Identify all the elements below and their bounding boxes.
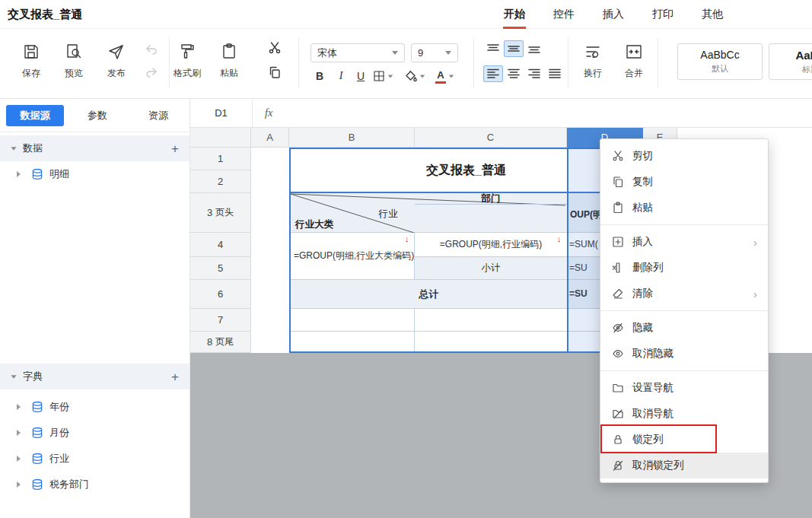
- merge-cells-icon: [623, 41, 645, 62]
- valign-top-button[interactable]: [483, 40, 503, 57]
- style-title-card[interactable]: AaBb 标题: [769, 43, 812, 80]
- cell-b4-group-formula[interactable]: =GROUP(明细,行业大类编码): [291, 233, 415, 280]
- menu-item-unlock-column[interactable]: 取消锁定列: [600, 453, 768, 478]
- sort-arrow-c4: ↓: [557, 234, 562, 243]
- valign-bottom-button[interactable]: [524, 40, 544, 57]
- font-family-select[interactable]: 宋体: [310, 43, 405, 62]
- tree-item-month[interactable]: 月份: [0, 420, 189, 446]
- tab-datasource[interactable]: 数据源: [6, 105, 64, 126]
- row-header-1[interactable]: 1: [190, 148, 251, 170]
- column-header-a[interactable]: A: [251, 128, 289, 148]
- undo-button[interactable]: [143, 41, 160, 58]
- tree-item-industry[interactable]: 行业: [0, 446, 189, 472]
- menu-item-cut[interactable]: 剪切: [600, 143, 768, 169]
- preview-button[interactable]: 预览: [56, 41, 91, 80]
- halign-right-button[interactable]: [524, 65, 544, 82]
- menu-item-hide[interactable]: 隐藏: [600, 315, 768, 341]
- halign-center-button[interactable]: [504, 65, 524, 82]
- menu-item-unhide[interactable]: 取消隐藏: [600, 341, 768, 367]
- dict-section: 字典 + 年份 月份 行业 税务部门: [0, 364, 189, 497]
- row-header-3[interactable]: 3页头: [190, 193, 251, 233]
- tab-widgets[interactable]: 控件: [552, 0, 576, 29]
- cut-button[interactable]: [266, 40, 283, 56]
- tree-item-tax-dept[interactable]: 税务部门: [0, 472, 189, 497]
- cell-c5-subtotal[interactable]: 小计: [415, 257, 567, 280]
- merge-cells-button[interactable]: 合并: [616, 41, 651, 80]
- report-designer-app: { "titlebar": { "document_title": "交叉报表_…: [0, 0, 812, 518]
- cell-b8-empty[interactable]: [291, 332, 415, 351]
- tree-item-detail[interactable]: 明细: [0, 161, 189, 187]
- sort-arrow-b4: ↓: [405, 234, 409, 243]
- menu-divider: [600, 224, 768, 225]
- chevron-right-icon: [17, 430, 21, 436]
- database-icon: [31, 478, 43, 491]
- cell-b6-total[interactable]: 总计: [291, 280, 567, 309]
- cell-c4-group-formula[interactable]: =GROUP(明细,行业编码): [415, 233, 567, 257]
- redo-button[interactable]: [143, 64, 160, 81]
- toolbar: 保存 预览 发布 格式刷 粘贴 宋体 9 B I U A: [0, 29, 812, 99]
- cell-b7-empty[interactable]: [291, 309, 415, 332]
- italic-button[interactable]: I: [332, 67, 350, 85]
- tree-item-year[interactable]: 年份: [0, 394, 189, 420]
- menu-item-copy[interactable]: 复制: [600, 169, 768, 195]
- fill-color-button[interactable]: [405, 67, 425, 85]
- row-header-4[interactable]: 4: [190, 233, 251, 257]
- cross-header-row[interactable]: 部门 行业 行业大类 OUP(明细: [291, 193, 642, 233]
- data-section: 数据 + 明细: [0, 135, 189, 187]
- halign-left-button[interactable]: [483, 65, 503, 82]
- halign-justify-button[interactable]: [545, 65, 565, 82]
- menu-item-clear[interactable]: 清除 ›: [600, 281, 768, 307]
- column-header-c[interactable]: C: [415, 128, 567, 148]
- style-default-card[interactable]: AaBbCc 默认: [677, 43, 763, 80]
- lock-icon: [611, 434, 624, 446]
- valign-middle-button[interactable]: [504, 40, 524, 57]
- menu-item-insert[interactable]: 插入 ›: [600, 229, 768, 255]
- cell-dept-header[interactable]: 部门: [415, 193, 567, 205]
- tab-resources[interactable]: 资源: [140, 105, 177, 126]
- borders-button[interactable]: [373, 67, 393, 85]
- cell-report-title[interactable]: 交叉报表_普通: [291, 149, 642, 193]
- format-painter-button[interactable]: 格式刷: [170, 41, 205, 80]
- corner-header[interactable]: [190, 128, 251, 148]
- chevron-down-icon: [11, 147, 16, 151]
- add-data-button[interactable]: +: [171, 142, 179, 155]
- menu-item-cancel-navigation[interactable]: 取消导航: [600, 401, 768, 427]
- wrap-text-button[interactable]: 换行: [575, 41, 610, 80]
- formula-bar: D1 fx: [190, 99, 812, 128]
- tab-print[interactable]: 打印: [651, 0, 675, 29]
- data-section-header[interactable]: 数据 +: [0, 135, 189, 161]
- font-size-select[interactable]: 9: [411, 43, 458, 62]
- row-header-7[interactable]: 7: [190, 309, 251, 332]
- row-header-5[interactable]: 5: [190, 257, 251, 280]
- tab-home[interactable]: 开始: [502, 0, 527, 29]
- tab-other[interactable]: 其他: [700, 0, 724, 29]
- menu-item-set-navigation[interactable]: 设置导航: [600, 375, 768, 401]
- row-header-2[interactable]: 2: [190, 170, 251, 193]
- diagonal-label-industry: 行业: [364, 208, 412, 221]
- copy-icon: [611, 176, 624, 189]
- underline-button[interactable]: U: [352, 67, 370, 85]
- titlebar: 交叉报表_普通 开始 控件 插入 打印 其他: [0, 0, 812, 29]
- menu-item-lock-column[interactable]: 锁定列: [600, 427, 768, 453]
- database-icon: [31, 453, 43, 465]
- menu-item-paste[interactable]: 粘贴: [600, 195, 768, 221]
- tab-parameters[interactable]: 参数: [79, 105, 116, 126]
- paste-button[interactable]: 粘贴: [212, 41, 247, 80]
- font-color-button[interactable]: A: [435, 67, 454, 85]
- row-header-6[interactable]: 6: [190, 280, 251, 309]
- row-header-8[interactable]: 8页尾: [190, 332, 251, 353]
- fx-icon[interactable]: fx: [265, 99, 272, 127]
- bold-button[interactable]: B: [310, 67, 329, 85]
- tab-insert[interactable]: 插入: [601, 0, 626, 29]
- column-header-b[interactable]: B: [289, 128, 415, 148]
- clear-icon: [611, 288, 624, 300]
- menu-item-delete-column[interactable]: 删除列: [600, 255, 768, 281]
- copy-button[interactable]: [266, 64, 283, 81]
- dict-section-header[interactable]: 字典 +: [0, 364, 189, 389]
- add-dict-button[interactable]: +: [171, 370, 179, 383]
- save-button[interactable]: 保存: [14, 41, 49, 80]
- cell-c7-empty[interactable]: [415, 309, 567, 332]
- unlock-icon: [611, 459, 624, 472]
- cell-reference-box[interactable]: D1: [190, 99, 253, 127]
- publish-button[interactable]: 发布: [99, 41, 134, 80]
